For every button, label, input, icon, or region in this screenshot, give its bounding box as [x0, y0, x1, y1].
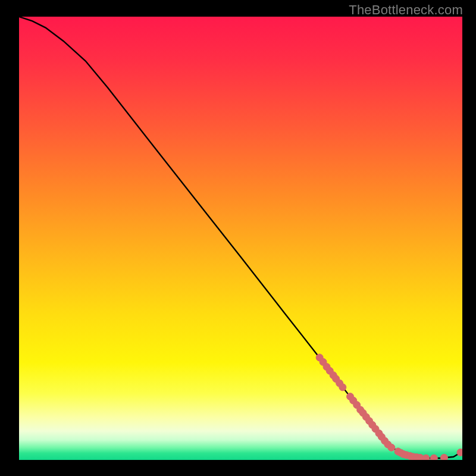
- marker-point: [422, 455, 430, 460]
- marker-point: [430, 455, 437, 460]
- marker-point: [388, 444, 395, 451]
- marker-point: [457, 449, 462, 456]
- watermark-text: TheBottleneck.com: [349, 2, 463, 18]
- marker-point: [339, 384, 346, 391]
- curve-markers: [316, 354, 462, 460]
- plot-area: [19, 17, 462, 460]
- bottleneck-curve: [19, 17, 462, 458]
- marker-point: [440, 454, 447, 460]
- chart-stage: TheBottleneck.com: [0, 0, 476, 476]
- chart-overlay: [19, 17, 462, 460]
